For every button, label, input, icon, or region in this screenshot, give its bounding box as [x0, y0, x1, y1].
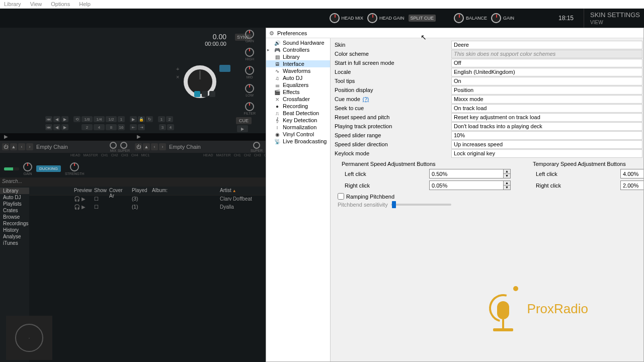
col-album[interactable]: Album:: [150, 187, 218, 195]
low-knob[interactable]: [245, 84, 254, 93]
btn-next[interactable]: ▶: [61, 116, 68, 122]
pref-value-dropdown[interactable]: English (UnitedKingdom): [451, 68, 642, 76]
prefs-nav-live-broadcasting[interactable]: 📡Live Broadcasting: [266, 138, 330, 145]
btn-forward[interactable]: ▶: [130, 116, 137, 122]
route-head-1[interactable]: HEAD: [70, 153, 80, 157]
tree-itunes[interactable]: iTunes: [0, 240, 29, 246]
col-played[interactable]: Played: [130, 187, 150, 195]
tree-recordings[interactable]: Recordings: [0, 220, 29, 227]
beat-2[interactable]: 2: [82, 124, 93, 130]
pref-value-dropdown[interactable]: Lock original key: [451, 149, 642, 158]
prefs-nav-normalization[interactable]: ↕Normalization: [266, 124, 330, 131]
split-cue-button[interactable]: SPLIT CUE: [409, 15, 436, 22]
prefs-nav-interface[interactable]: 🖥Interface: [266, 60, 330, 67]
deck-opt-3[interactable]: [209, 91, 215, 97]
vu-meter-button[interactable]: [219, 65, 230, 72]
mid-knob[interactable]: [245, 66, 254, 75]
pref-value-dropdown[interactable]: Position: [451, 86, 642, 95]
eff-expand-1[interactable]: ▲: [10, 143, 17, 150]
col-preview[interactable]: Preview: [72, 187, 92, 195]
spin-down-icon[interactable]: ▼: [504, 174, 510, 178]
btn-loop[interactable]: ⟲: [73, 116, 80, 122]
pref-value-dropdown[interactable]: 10%: [451, 131, 642, 140]
temp-left-input[interactable]: [621, 169, 643, 178]
temp-left-spinbox[interactable]: ▲▼: [620, 169, 643, 178]
prefs-nav-waveforms[interactable]: ∿Waveforms: [266, 67, 330, 74]
eff-prev-2[interactable]: ‹: [151, 143, 158, 150]
hotcue-1[interactable]: 1: [158, 116, 165, 122]
table-row[interactable]: 🎧 ▶ ☐ (3) Clarv Doffbeat: [29, 196, 266, 204]
tree-analyse[interactable]: Analyse: [0, 233, 29, 240]
cue-button[interactable]: CUE: [236, 117, 252, 124]
btn-in[interactable]: ⇤: [130, 124, 137, 130]
high-knob[interactable]: [245, 48, 254, 57]
perm-right-input[interactable]: [430, 181, 503, 190]
tree-crates[interactable]: Crates: [0, 207, 29, 214]
hotcue-2[interactable]: 2: [166, 116, 173, 122]
menu-view[interactable]: View: [30, 1, 42, 8]
route-master-2[interactable]: MASTER: [216, 153, 230, 157]
mix-knob-1[interactable]: MIX: [110, 142, 117, 152]
route-ch3-2[interactable]: CH3: [254, 153, 261, 157]
col-artist[interactable]: Artist▲: [218, 187, 258, 195]
prefs-nav-crossfader[interactable]: ⤫Crossfader: [266, 96, 330, 103]
btn-reload[interactable]: ↻: [146, 116, 153, 122]
master-gain-control[interactable]: GAIN: [491, 13, 514, 23]
slider-thumb-icon[interactable]: [392, 201, 396, 208]
btn-lock[interactable]: 🔒: [138, 116, 145, 122]
route-ch4-1[interactable]: CH4: [131, 153, 138, 157]
beat-16[interactable]: 16: [118, 124, 125, 130]
route-ch3-1[interactable]: CH3: [121, 153, 128, 157]
beat-1-8[interactable]: 1/8: [82, 116, 93, 122]
prefs-nav-library[interactable]: ▤Library: [266, 53, 330, 60]
col-cover[interactable]: Cover Ar: [107, 187, 130, 195]
menu-help[interactable]: Help: [79, 1, 91, 8]
route-ch1-2[interactable]: CH1: [234, 153, 241, 157]
overview-play-2[interactable]: ▶: [137, 134, 141, 139]
eff-next-2[interactable]: ›: [159, 143, 166, 150]
eff-power-2[interactable]: ⏻: [135, 143, 142, 150]
deck-opt-2[interactable]: [202, 91, 208, 97]
tree-library[interactable]: Library: [0, 188, 29, 194]
beat-8[interactable]: 8: [106, 124, 117, 130]
pref-value-dropdown[interactable]: On: [451, 77, 642, 85]
temp-right-input[interactable]: [621, 181, 643, 190]
waveform-overview[interactable]: ▶ ▶: [0, 133, 266, 140]
pref-value-dropdown[interactable]: Don't load tracks into a playing deck: [451, 122, 642, 131]
btn-prev[interactable]: ◀: [53, 116, 60, 122]
help-link[interactable]: (?): [363, 97, 369, 102]
pref-value-dropdown[interactable]: Up increases speed: [451, 140, 642, 149]
head-mix-control[interactable]: HEAD MIX: [330, 13, 364, 23]
route-mic-1[interactable]: MIC1: [141, 153, 150, 157]
pref-value-dropdown[interactable]: Mixxx mode: [451, 95, 642, 104]
spin-up-icon[interactable]: ▲: [504, 169, 510, 174]
preview-deck[interactable]: ·: [6, 316, 52, 360]
hotcue-3[interactable]: 3: [159, 124, 166, 130]
eff-expand-2[interactable]: ▲: [143, 143, 150, 150]
prefs-nav-auto-dj[interactable]: ♫Auto DJ: [266, 74, 330, 81]
btn-ff[interactable]: ▶: [61, 124, 68, 130]
pref-value-dropdown[interactable]: On track load: [451, 104, 642, 113]
table-row[interactable]: 🎧 ▶ ☐ (1) Dyalla: [29, 204, 266, 212]
mic-gain[interactable]: GAIN: [23, 162, 32, 175]
pref-value-dropdown[interactable]: Off: [451, 59, 642, 67]
pref-value-dropdown[interactable]: Deere: [451, 41, 642, 49]
tree-history[interactable]: History: [0, 227, 29, 233]
library-search-input[interactable]: Search...: [0, 177, 266, 187]
ducking-button[interactable]: DUCKING: [36, 165, 61, 172]
balance-control[interactable]: BALANCE: [454, 13, 487, 23]
temp-right-spinbox[interactable]: ▲▼: [620, 180, 643, 190]
eff-power-1[interactable]: ⏻: [2, 143, 9, 150]
expand-icon[interactable]: ▸: [267, 47, 270, 52]
prefs-nav-beat-detection[interactable]: ⎍Beat Detection: [266, 110, 330, 117]
beat-1[interactable]: 1: [118, 116, 125, 122]
gain-knob[interactable]: [245, 30, 254, 39]
ramping-pitchbend-checkbox[interactable]: [338, 193, 344, 200]
perm-left-input[interactable]: [430, 169, 503, 178]
tree-autodj[interactable]: Auto DJ: [0, 194, 29, 201]
ducking-strength[interactable]: STRENGTH: [65, 162, 85, 175]
btn-skip-prev[interactable]: ⏮: [45, 124, 52, 130]
overview-play-1[interactable]: ▶: [4, 134, 8, 139]
prefs-nav-sound-hardware[interactable]: 🔊Sound Hardware: [266, 39, 330, 46]
perm-right-spinbox[interactable]: ▲▼: [429, 180, 511, 190]
